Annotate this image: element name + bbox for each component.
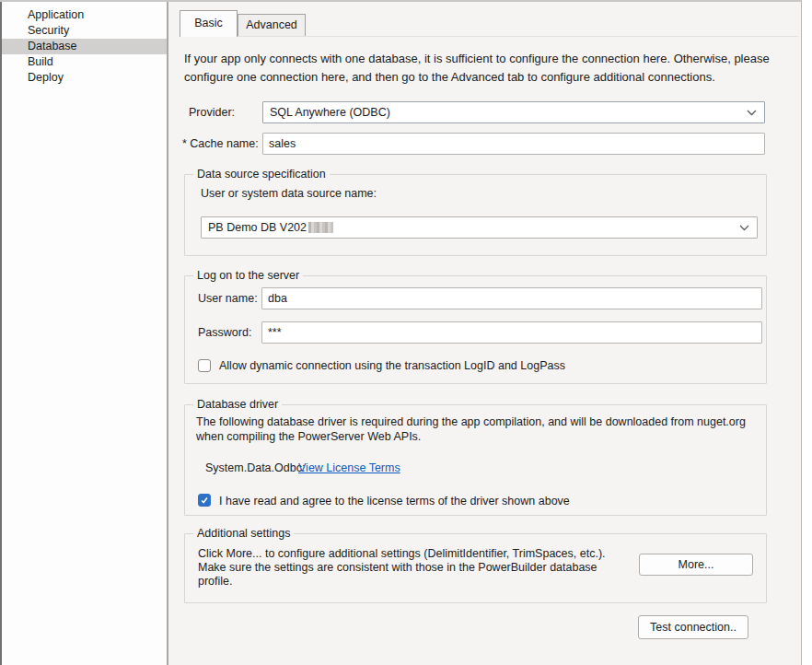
password-input[interactable]	[261, 321, 762, 344]
additional-settings-description: Click More... to configure additional se…	[198, 547, 629, 589]
sidebar-item-application[interactable]: Application	[2, 7, 167, 23]
sidebar-item-database[interactable]: Database	[2, 39, 167, 54]
sidebar-item-security[interactable]: Security	[2, 23, 167, 39]
test-connection-button[interactable]: Test connection..	[638, 615, 748, 639]
username-input[interactable]	[261, 287, 762, 309]
more-button[interactable]: More...	[639, 554, 753, 576]
tab-basic[interactable]: Basic	[180, 10, 238, 37]
settings-panel: Application Security Database Build Depl…	[0, 0, 802, 665]
settings-sidebar: Application Security Database Build Depl…	[0, 2, 168, 665]
driver-legend: Database driver	[193, 398, 282, 412]
project-settings-window: Application Security Database Build Depl…	[0, 0, 812, 665]
checkmark-icon	[200, 496, 209, 505]
driver-description: The following database driver is require…	[196, 415, 761, 444]
dynamic-connection-label: Allow dynamic connection using the trans…	[219, 359, 565, 373]
provider-select[interactable]: SQL Anywhere (ODBC)	[262, 101, 765, 123]
license-agree-checkbox[interactable]	[198, 494, 211, 507]
data-source-field-label: User or system data source name:	[201, 187, 377, 200]
cache-name-label: * Cache name:	[182, 134, 259, 154]
view-license-terms-link[interactable]: View License Terms	[298, 461, 400, 474]
logon-legend: Log on to the server	[193, 269, 303, 283]
data-source-value: PB Demo DB V202	[208, 221, 307, 234]
chevron-down-icon	[747, 110, 757, 116]
intro-text: If your app only connects with one datab…	[184, 50, 806, 87]
logon-groupbox: Log on to the server User name: Password…	[184, 275, 767, 384]
license-agree-label: I have read and agree to the license ter…	[219, 495, 570, 508]
tab-advanced[interactable]: Advanced	[238, 14, 306, 36]
tab-strip-divider	[180, 36, 798, 37]
provider-label: Provider:	[189, 102, 235, 122]
provider-value: SQL Anywhere (ODBC)	[270, 106, 390, 119]
data-source-legend: Data source specification	[193, 168, 330, 181]
username-label: User name:	[198, 292, 258, 305]
sidebar-item-build[interactable]: Build	[2, 54, 167, 70]
data-source-groupbox: Data source specification User or system…	[184, 174, 767, 256]
data-source-select[interactable]: PB Demo DB V202	[201, 216, 758, 239]
sidebar-item-deploy[interactable]: Deploy	[2, 70, 167, 86]
driver-package-label: System.Data.Odbc:	[205, 461, 305, 474]
additional-settings-legend: Additional settings	[193, 527, 294, 541]
password-label: Password:	[198, 326, 251, 339]
redacted-version-text	[308, 222, 333, 233]
additional-settings-groupbox: Additional settings Click More... to con…	[184, 533, 767, 603]
chevron-down-icon	[739, 225, 749, 231]
dynamic-connection-checkbox[interactable]	[198, 359, 211, 372]
driver-groupbox: Database driver The following database d…	[184, 404, 767, 516]
cache-name-input[interactable]	[262, 133, 765, 155]
